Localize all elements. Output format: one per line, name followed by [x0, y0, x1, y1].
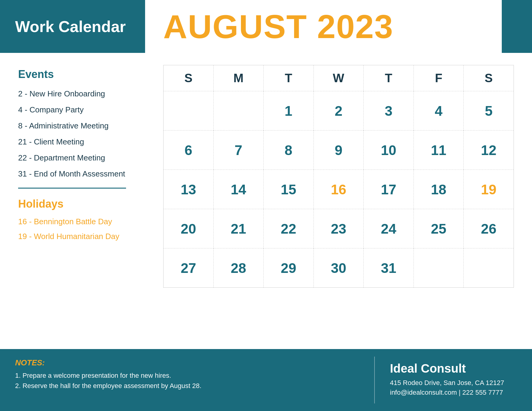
calendar-week-row: 1 2 3 4 5	[164, 91, 514, 131]
company-name: Ideal Consult	[390, 362, 517, 375]
company-address: 415 Rodeo Drive, San Jose, CA 12127	[390, 379, 517, 387]
calendar-day-holiday: 19	[464, 170, 514, 209]
calendar-table: S M T W T F S 1 2 3 4 5	[163, 65, 514, 288]
calendar-day: 8	[264, 131, 314, 170]
calendar-section: S M T W T F S 1 2 3 4 5	[163, 65, 514, 340]
calendar-day: 31	[364, 248, 414, 288]
main-content: Events 2 - New Hire Onboarding 4 - Compa…	[0, 53, 532, 349]
calendar-day: 14	[213, 170, 264, 209]
header-left-block: Work Calendar	[0, 0, 145, 53]
company-contact: info@idealconsult.com | 222 555 7777	[390, 389, 517, 396]
calendar-day: 26	[464, 209, 514, 248]
calendar-day: 11	[414, 131, 464, 170]
calendar-day: 7	[213, 131, 264, 170]
calendar-week-row: 13 14 15 16 17 18 19	[164, 170, 514, 209]
day-header-thu: T	[364, 65, 414, 91]
calendar-day: 29	[264, 248, 314, 288]
note-item-2: 2. Reserve the hall for the employee ass…	[15, 382, 359, 390]
calendar-day: 4	[414, 91, 464, 131]
calendar-day-empty	[414, 248, 464, 288]
event-item: 31 - End of Month Assessment	[18, 169, 145, 179]
calendar-day: 28	[213, 248, 264, 288]
calendar-day: 5	[464, 91, 514, 131]
day-header-tue: T	[264, 65, 314, 91]
calendar-week-row: 20 21 22 23 24 25 26	[164, 209, 514, 248]
notes-title: NOTES:	[15, 358, 359, 367]
calendar-day: 25	[414, 209, 464, 248]
event-item: 21 - Client Meeting	[18, 137, 145, 147]
calendar-day: 9	[313, 131, 364, 170]
calendar-week-row: 6 7 8 9 10 11 12	[164, 131, 514, 170]
footer: NOTES: 1. Prepare a welcome presentation…	[0, 349, 532, 411]
calendar-day: 22	[264, 209, 314, 248]
day-header-sun: S	[164, 65, 214, 91]
calendar-header-row: S M T W T F S	[164, 65, 514, 91]
header-month-block: AUGUST 2023	[145, 0, 502, 53]
holidays-title: Holidays	[18, 198, 145, 210]
calendar-day: 24	[364, 209, 414, 248]
header: Work Calendar AUGUST 2023	[0, 0, 532, 53]
calendar-week-row: 27 28 29 30 31	[164, 248, 514, 288]
footer-notes: NOTES: 1. Prepare a welcome presentation…	[0, 349, 374, 411]
app-title: Work Calendar	[15, 18, 126, 36]
month-year-title: AUGUST 2023	[163, 7, 394, 46]
calendar-day: 21	[213, 209, 264, 248]
holiday-item: 16 - Bennington Battle Day	[18, 217, 145, 226]
calendar-day: 12	[464, 131, 514, 170]
calendar-day: 20	[164, 209, 214, 248]
event-item: 2 - New Hire Onboarding	[18, 89, 145, 99]
events-title: Events	[18, 68, 145, 81]
calendar-day: 27	[164, 248, 214, 288]
calendar-day: 2	[313, 91, 364, 131]
day-header-sat: S	[464, 65, 514, 91]
calendar-day: 6	[164, 131, 214, 170]
calendar-day: 23	[313, 209, 364, 248]
calendar-day: 15	[264, 170, 314, 209]
calendar-day-empty	[213, 91, 264, 131]
sidebar: Events 2 - New Hire Onboarding 4 - Compa…	[18, 65, 145, 340]
calendar-day: 30	[313, 248, 364, 288]
holiday-item: 19 - World Humanitarian Day	[18, 232, 145, 241]
calendar-day: 3	[364, 91, 414, 131]
calendar-day: 17	[364, 170, 414, 209]
calendar-day-empty	[464, 248, 514, 288]
event-item: 22 - Department Meeting	[18, 153, 145, 163]
note-item-1: 1. Prepare a welcome presentation for th…	[15, 372, 359, 380]
calendar-day: 10	[364, 131, 414, 170]
event-item: 4 - Company Party	[18, 105, 145, 115]
day-header-fri: F	[414, 65, 464, 91]
event-item: 8 - Administrative Meeting	[18, 121, 145, 131]
header-right-block	[502, 0, 532, 53]
day-header-wed: W	[313, 65, 364, 91]
day-header-mon: M	[213, 65, 264, 91]
calendar-day: 1	[264, 91, 314, 131]
calendar-day-holiday: 16	[313, 170, 364, 209]
calendar-day: 18	[414, 170, 464, 209]
sidebar-divider	[18, 188, 126, 189]
footer-contact: Ideal Consult 415 Rodeo Drive, San Jose,…	[375, 349, 532, 411]
calendar-day: 13	[164, 170, 214, 209]
calendar-day-empty	[164, 91, 214, 131]
